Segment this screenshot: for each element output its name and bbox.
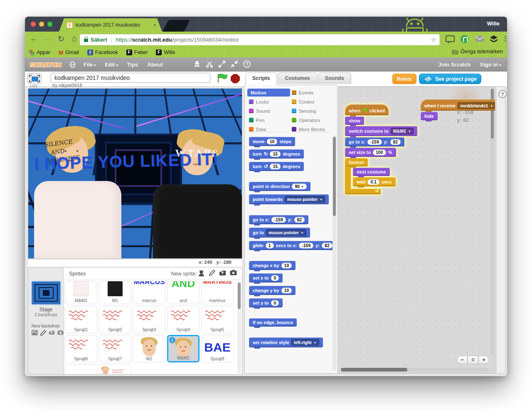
sprite-card-sprajt8[interactable]: BAESprajt8: [201, 335, 234, 362]
sprite-card-mm2[interactable]: iM&M2: [167, 335, 200, 362]
layers-icon[interactable]: [490, 35, 498, 43]
script-stack[interactable]: when I receivemeddelande1▼hide: [421, 99, 495, 121]
category-operators[interactable]: Operators: [290, 116, 333, 124]
menu-file[interactable]: File ▾: [84, 62, 96, 68]
maximize-window-button[interactable]: [47, 22, 52, 27]
stack-block[interactable]: if on edge, bounce: [249, 318, 297, 327]
backdrop-library-icon[interactable]: [32, 330, 38, 335]
tab-costumes[interactable]: Costumes: [278, 72, 317, 84]
sprite-card-and[interactable]: ANDand: [167, 281, 200, 304]
scripts-workspace[interactable]: x: -159 y: 82 − = + when⚑clickedshowswit…: [339, 87, 495, 374]
shrink-icon[interactable]: [231, 60, 238, 68]
new-tab-button[interactable]: [163, 20, 190, 32]
stack-block[interactable]: go to x:-159y:82: [249, 215, 308, 224]
tab-close-icon[interactable]: ×: [153, 22, 156, 28]
back-icon[interactable]: ←: [28, 34, 39, 43]
bookmark-item[interactable]: fFacebook: [87, 50, 118, 55]
stack-block[interactable]: move10steps: [249, 137, 295, 146]
sprite-card-sprajt5[interactable]: Sprajt5: [201, 306, 234, 333]
browser-menu-icon[interactable]: ⋮: [502, 35, 507, 42]
sprite-info-icon[interactable]: i: [169, 337, 175, 343]
sprite-card-marcus[interactable]: MARCUSmarcus: [133, 281, 165, 304]
category-pen[interactable]: Pen: [247, 116, 290, 124]
category-sound[interactable]: Sound: [247, 107, 290, 115]
green-flag-button[interactable]: [217, 73, 228, 83]
sprite-card-sprajt1[interactable]: Sprajt1: [65, 306, 97, 333]
bookmark-star-icon[interactable]: ☆: [431, 36, 436, 44]
upload-sprite-icon[interactable]: [219, 270, 226, 276]
horizontal-scrollbar[interactable]: [341, 368, 488, 372]
remix-button[interactable]: Remix: [392, 74, 416, 84]
forward-icon[interactable]: →: [42, 34, 52, 43]
bookmark-item[interactable]: FWille: [156, 50, 175, 55]
zoom-in-button[interactable]: +: [478, 356, 489, 364]
stack-block[interactable]: set x to0: [249, 273, 283, 283]
sprite-grid-scrollbar[interactable]: [237, 282, 241, 373]
stack-block[interactable]: show: [345, 117, 364, 125]
sprite-card-m2[interactable]: M2: [133, 335, 165, 362]
stage-thumbnail[interactable]: [31, 281, 61, 305]
stack-block[interactable]: set y to0: [249, 298, 283, 307]
menu-tips[interactable]: Tips: [127, 62, 138, 68]
stage[interactable]: SILENCE AND DARKNESS WTAPS I HOPE YOU LI…: [28, 88, 242, 259]
pushbullet-icon[interactable]: [461, 35, 469, 43]
sprite-card-martinus[interactable]: MARTINUSmartinus: [201, 281, 234, 304]
tab-sounds[interactable]: Sounds: [318, 72, 351, 84]
mail-icon[interactable]: [475, 35, 484, 42]
vertical-scrollbar[interactable]: [490, 89, 494, 355]
stage-selector[interactable]: Stage 2 backdrops New backdrop:: [28, 268, 64, 374]
reload-icon[interactable]: ↻: [56, 34, 66, 44]
category-control[interactable]: Control: [290, 98, 333, 106]
stack-block[interactable]: go to x:-159y:82: [345, 137, 404, 146]
other-bookmarks-button[interactable]: Övriga bokmärken: [452, 49, 503, 55]
grow-icon[interactable]: [218, 60, 226, 68]
sprite-card-m1[interactable]: M1: [99, 281, 131, 304]
stack-block[interactable]: next costume: [353, 168, 390, 176]
project-title-input[interactable]: [51, 73, 210, 83]
camera-sprite-icon[interactable]: [230, 270, 237, 275]
sprite-card-mm1[interactable]: M&M1: [65, 281, 97, 304]
sprite-marcus[interactable]: SILENCE AND DARKNESS: [34, 129, 121, 258]
sprite-card[interactable]: [99, 364, 131, 374]
browser-tab[interactable]: S kodkampen 2017 musikvideo ×: [59, 18, 162, 32]
stack-block[interactable]: point towardsmouse-pointer▼: [249, 194, 329, 204]
bookmark-item[interactable]: FFeber: [126, 50, 148, 55]
fullscreen-toggle-button[interactable]: [27, 73, 42, 84]
address-bar[interactable]: Säkert https:// scratch.mit.edu /project…: [80, 34, 440, 45]
sprite-card-sprajt7[interactable]: Sprajt7: [99, 335, 131, 362]
scratch-logo[interactable]: SCRATCH: [30, 61, 62, 68]
see-project-page-button[interactable]: See project page: [419, 74, 481, 84]
sprite-card-sprajt2[interactable]: Sprajt2: [99, 306, 131, 333]
palette-scrollbar[interactable]: [332, 135, 336, 371]
hat-block[interactable]: when I receivemeddelande1▼: [421, 99, 495, 111]
camera-backdrop-icon[interactable]: [57, 330, 64, 335]
stack-block[interactable]: change y by10: [249, 286, 296, 295]
stack-block[interactable]: set size to100%: [345, 148, 396, 157]
close-window-button[interactable]: [31, 22, 36, 27]
language-globe-icon[interactable]: [69, 61, 76, 68]
stack-block[interactable]: point in direction90▼: [249, 182, 310, 191]
stack-block[interactable]: switch costume toM&M2▼: [345, 126, 417, 136]
menu-about[interactable]: About: [147, 62, 163, 68]
sprite-card-sprajt6[interactable]: Sprajt6: [65, 335, 97, 362]
hat-block[interactable]: when⚑clicked: [345, 104, 389, 115]
join-scratch-link[interactable]: Join Scratch: [438, 62, 470, 68]
tab-scripts[interactable]: Scripts: [245, 72, 277, 85]
duplicate-stamp-icon[interactable]: [193, 60, 201, 68]
script-stack[interactable]: when⚑clickedshowswitch costume toM&M2▼go…: [345, 104, 417, 194]
delete-scissors-icon[interactable]: [206, 60, 213, 68]
browser-profile-name[interactable]: Wille: [487, 20, 500, 27]
stack-block[interactable]: hide: [421, 112, 438, 120]
block-help-icon[interactable]: ?: [243, 60, 251, 68]
bookmark-item[interactable]: MGmail: [59, 50, 79, 56]
stack-block[interactable]: forever: [345, 158, 368, 166]
stack-block[interactable]: change x by10: [249, 261, 296, 270]
menu-edit[interactable]: Edit ▾: [105, 62, 118, 68]
category-events[interactable]: Events: [290, 89, 333, 97]
upload-backdrop-icon[interactable]: [49, 330, 55, 335]
sprite-card-sprajt4[interactable]: Sprajt4: [167, 306, 200, 333]
minimize-window-button[interactable]: [39, 22, 44, 27]
stack-block[interactable]: go tomouse-pointer▼: [249, 228, 310, 238]
paint-backdrop-icon[interactable]: [40, 330, 46, 336]
sprite-card-sprajt3[interactable]: Sprajt3: [133, 306, 165, 333]
